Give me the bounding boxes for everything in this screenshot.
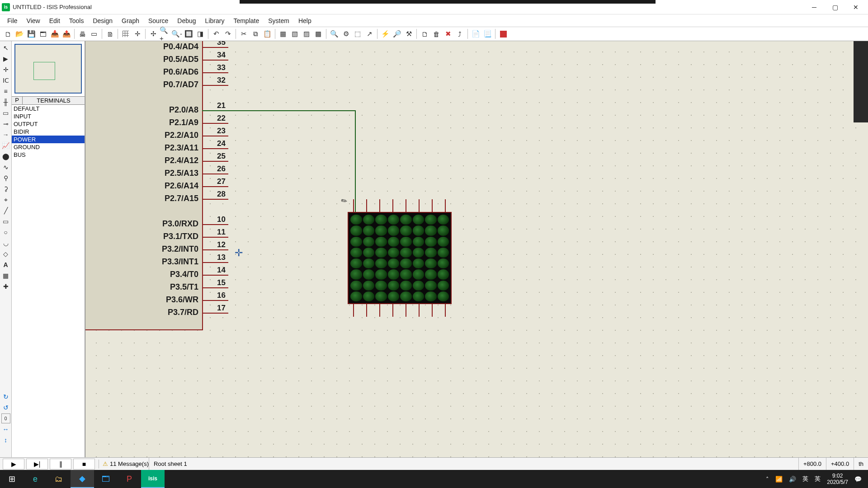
start-button[interactable]: ⊞ xyxy=(0,470,24,488)
origin-icon[interactable]: ✛ xyxy=(132,28,143,40)
matrix-pin[interactable] xyxy=(392,199,393,212)
matrix-pin[interactable] xyxy=(419,304,420,317)
text-2d-icon[interactable]: A xyxy=(1,260,11,270)
menu-view[interactable]: View xyxy=(22,16,45,26)
led-matrix-component[interactable] xyxy=(348,199,452,317)
probe-i-icon[interactable]: ⚳ xyxy=(1,184,11,194)
menu-help[interactable]: Help xyxy=(294,16,316,26)
tray-chevron-icon[interactable]: ˄ xyxy=(766,476,769,483)
matrix-pin[interactable] xyxy=(379,199,380,212)
search-icon[interactable]: 🔎 xyxy=(391,28,403,40)
open-file-icon[interactable]: 📂 xyxy=(14,28,25,40)
property-icon[interactable]: ⚒ xyxy=(403,28,415,40)
block-copy-icon[interactable]: ▦ xyxy=(277,28,289,40)
zoom-all-icon[interactable]: 🔲 xyxy=(183,28,194,40)
make-device-icon[interactable]: ⚙ xyxy=(340,28,352,40)
terminal-mode-icon[interactable]: ⊸ xyxy=(1,119,11,129)
menu-source[interactable]: Source xyxy=(144,16,173,26)
matrix-pin[interactable] xyxy=(445,199,446,212)
region-icon[interactable]: 🗔 xyxy=(37,28,49,40)
menu-system[interactable]: System xyxy=(264,16,294,26)
matrix-pin[interactable] xyxy=(353,199,354,212)
path-2d-icon[interactable]: ◇ xyxy=(1,249,11,259)
pause-button[interactable]: ‖ xyxy=(50,459,71,469)
matrix-pin[interactable] xyxy=(445,304,446,317)
erc-icon[interactable]: 📃 xyxy=(481,28,493,40)
zoom-in-icon[interactable]: 🔍+ xyxy=(159,28,171,40)
matrix-pin[interactable] xyxy=(366,199,367,212)
save-icon[interactable]: 💾 xyxy=(25,28,37,40)
minimize-button[interactable]: ─ xyxy=(804,0,825,14)
mirror-h-icon[interactable]: ↔ xyxy=(1,424,11,434)
matrix-pin[interactable] xyxy=(406,199,406,212)
play-button[interactable]: ▶ xyxy=(3,459,24,469)
list-item[interactable]: OUTPUT xyxy=(12,120,85,128)
page-icon[interactable]: 🗎 xyxy=(104,28,116,40)
edge-icon[interactable]: e xyxy=(24,470,47,488)
mcu-component[interactable]: 35P0.4/AD434P0.5/AD533P0.6/AD632P0.7/AD7… xyxy=(85,41,203,330)
import-icon[interactable]: 📥 xyxy=(49,28,61,40)
copy-icon[interactable]: ⧉ xyxy=(250,28,261,40)
arc-2d-icon[interactable]: ◡ xyxy=(1,238,11,248)
wire-segment[interactable] xyxy=(355,110,356,212)
graph-mode-icon[interactable]: 📈 xyxy=(1,141,11,150)
taskbar-clock[interactable]: 9:02 2020/5/7 xyxy=(827,473,848,486)
bom-icon[interactable]: 📄 xyxy=(470,28,481,40)
export-icon[interactable]: 📤 xyxy=(61,28,72,40)
list-item[interactable]: BUS xyxy=(12,151,85,159)
center-icon[interactable]: ✢ xyxy=(147,28,159,40)
ime-indicator-1[interactable]: 英 xyxy=(802,475,808,483)
subcircuit-icon[interactable]: ▭ xyxy=(1,108,11,118)
circle-2d-icon[interactable]: ○ xyxy=(1,227,11,237)
messages-count[interactable]: 11 Message(s) xyxy=(110,460,149,467)
close-button[interactable]: ✕ xyxy=(845,0,866,14)
zoom-out-icon[interactable]: 🔍- xyxy=(171,28,183,40)
delete-sheet-icon[interactable]: ✖ xyxy=(442,28,454,40)
component-mode-icon[interactable]: ▶ xyxy=(1,54,11,64)
list-item[interactable]: BIDIR xyxy=(12,128,85,136)
volume-icon[interactable]: 🔊 xyxy=(789,476,796,483)
wire-auto-icon[interactable]: ⚡ xyxy=(379,28,391,40)
matrix-pin[interactable] xyxy=(432,199,433,212)
wifi-icon[interactable]: 📶 xyxy=(775,476,783,483)
print-icon[interactable]: 🖶 xyxy=(76,28,88,40)
list-item[interactable]: DEFAULT xyxy=(12,105,85,113)
wire-segment[interactable] xyxy=(202,110,356,111)
block-delete-icon[interactable]: ▩ xyxy=(312,28,324,40)
cut-icon[interactable]: ✂ xyxy=(238,28,250,40)
selection-mode-icon[interactable]: ↖ xyxy=(1,43,11,53)
matrix-pin[interactable] xyxy=(406,304,406,317)
new-file-icon[interactable]: 🗋 xyxy=(2,28,14,40)
block-rotate-icon[interactable]: ▨ xyxy=(301,28,312,40)
rotate-ccw-icon[interactable]: ↺ xyxy=(1,403,11,413)
maximize-button[interactable]: ▢ xyxy=(825,0,845,14)
pin-mode-icon[interactable]: → xyxy=(1,130,11,140)
pick-parts-button[interactable]: P xyxy=(12,97,23,104)
pick-icon[interactable]: 🔍 xyxy=(328,28,340,40)
probe-v-icon[interactable]: ⚲ xyxy=(1,173,11,183)
marker-icon[interactable]: ✚ xyxy=(1,282,11,291)
schematic-canvas[interactable]: 35P0.4/AD434P0.5/AD533P0.6/AD632P0.7/AD7… xyxy=(85,41,868,457)
matrix-pin[interactable] xyxy=(379,304,380,317)
zoom-area-icon[interactable]: ◨ xyxy=(194,28,206,40)
undo-icon[interactable]: ↶ xyxy=(210,28,222,40)
redo-icon[interactable]: ↷ xyxy=(222,28,234,40)
grid-snap-icon[interactable] xyxy=(120,28,132,40)
list-item[interactable]: GROUND xyxy=(12,143,85,151)
tape-mode-icon[interactable]: ⬤ xyxy=(1,151,11,161)
remove-sheet-icon[interactable]: 🗑 xyxy=(430,28,442,40)
angle-input[interactable]: 0 xyxy=(1,413,10,423)
line-2d-icon[interactable]: ╱ xyxy=(1,206,11,216)
ime-indicator-2[interactable]: 英 xyxy=(815,475,821,483)
new-sheet-icon[interactable]: 🗋 xyxy=(419,28,430,40)
menu-edit[interactable]: Edit xyxy=(45,16,65,26)
symbol-2d-icon[interactable]: ▦ xyxy=(1,271,11,281)
powerpoint-icon[interactable]: P xyxy=(118,470,141,488)
box-2d-icon[interactable]: ▭ xyxy=(1,216,11,226)
label-mode-icon[interactable]: ꓲꓚ xyxy=(1,75,11,85)
matrix-pin[interactable] xyxy=(353,304,354,317)
rotate-cw-icon[interactable]: ↻ xyxy=(1,392,11,402)
matrix-pin[interactable] xyxy=(432,304,433,317)
list-item[interactable]: INPUT xyxy=(12,113,85,120)
menu-template[interactable]: Template xyxy=(229,16,264,26)
